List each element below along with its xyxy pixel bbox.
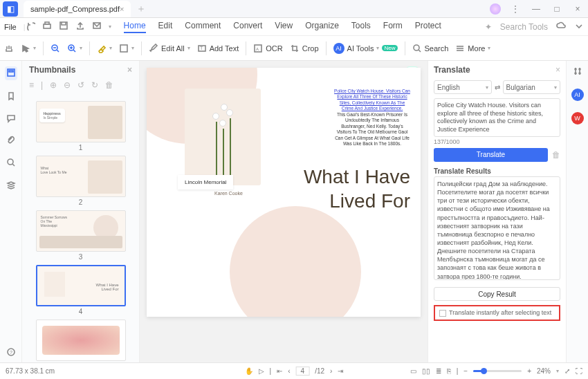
add-tab-button[interactable]: ＋ — [136, 3, 146, 15]
translate-close-icon[interactable]: × — [555, 65, 560, 75]
tab-view[interactable]: View — [275, 21, 293, 33]
continuous-icon[interactable]: ≣ — [436, 367, 441, 375]
thumbnails-icon[interactable] — [5, 66, 17, 80]
caption-author: Karen Cooke — [214, 191, 243, 196]
tab-organize[interactable]: Organize — [305, 21, 339, 33]
cloud-icon[interactable] — [556, 21, 566, 33]
swap-languages-icon[interactable]: ⇄ — [495, 84, 500, 91]
thumb-zoomin-icon[interactable]: ⊕ — [50, 80, 57, 90]
search-tools-label[interactable]: Search Tools — [500, 22, 548, 32]
translate-panel: Translate× English▾ ⇄ Bulgarian▾ Police … — [428, 61, 566, 365]
document-viewer[interactable]: W Lincoln Memorial Karen Cooke Police Ci… — [140, 61, 428, 365]
fullscreen-icon[interactable]: ⛶ — [576, 367, 582, 375]
app-orb-icon[interactable] — [490, 3, 501, 15]
thumbnails-close-icon[interactable]: × — [127, 65, 132, 75]
zoom-slider[interactable] — [473, 370, 522, 372]
tab-edit[interactable]: Edit — [158, 21, 173, 33]
print-icon[interactable] — [42, 21, 52, 33]
thumb-rotate-right-icon[interactable]: ↻ — [91, 80, 98, 90]
crop-button[interactable]: Crop — [290, 44, 319, 53]
app-icon: ◧ — [3, 1, 18, 17]
last-page-icon[interactable]: ⇥ — [338, 367, 343, 375]
svg-point-16 — [414, 45, 419, 50]
layers-icon[interactable] — [6, 180, 16, 191]
tab-tools[interactable]: Tools — [351, 21, 371, 33]
translate-result-text: Полицейски град Дом за наблюдение. Посет… — [434, 176, 560, 280]
highlighter-tool[interactable]: ▾ — [97, 44, 112, 53]
thumbnail-2[interactable]: What Love Look To Me — [36, 156, 126, 197]
fit-width-icon[interactable]: ⤢ — [564, 367, 570, 375]
zoom-in[interactable]: ▾ — [67, 44, 82, 53]
search-button[interactable]: Search — [412, 44, 449, 53]
thumb-zoomout-icon[interactable]: ⊖ — [64, 80, 71, 90]
undo-icon[interactable] — [26, 21, 35, 33]
tab-protect[interactable]: Protect — [415, 21, 441, 33]
add-text-button[interactable]: TAdd Text — [197, 44, 239, 53]
single-page-icon[interactable]: ▭ — [410, 367, 416, 375]
expand-icon[interactable] — [574, 21, 584, 33]
mail-icon[interactable] — [92, 21, 102, 33]
tab-form[interactable]: Form — [383, 21, 403, 33]
select-tool[interactable]: ▾ — [21, 44, 36, 53]
hand-icon[interactable]: ✋ — [245, 367, 253, 375]
file-menu[interactable]: File — [4, 23, 17, 31]
maximize-button[interactable]: □ — [546, 4, 567, 14]
close-button[interactable]: × — [567, 4, 588, 14]
prev-page-icon[interactable]: ‹ — [288, 367, 290, 375]
thumbnail-4[interactable]: What I Have Lived For — [36, 265, 126, 306]
zoom-out-status[interactable]: − — [463, 367, 468, 375]
two-page-icon[interactable]: ▯▯ — [422, 367, 430, 375]
read-mode-icon[interactable]: ⎘ — [447, 367, 451, 375]
settings-icon[interactable] — [573, 66, 582, 77]
ai-badge-icon[interactable]: AI — [571, 89, 584, 101]
source-lang-select[interactable]: English▾ — [434, 80, 492, 94]
instant-translate-checkbox[interactable]: Translate instantly after selecting text — [434, 305, 560, 321]
minimize-button[interactable]: — — [526, 4, 546, 14]
thumb-delete-icon[interactable]: 🗑 — [105, 80, 113, 90]
kebab-icon[interactable]: ⋮ — [505, 4, 526, 14]
page-input[interactable]: 4 — [296, 367, 310, 376]
translate-button[interactable]: Translate — [434, 148, 548, 162]
ai-tools-button[interactable]: AIAI Tools▾New — [333, 43, 398, 54]
next-page-icon[interactable]: › — [330, 367, 332, 375]
shape-tool[interactable]: ▾ — [119, 44, 134, 53]
translate-source-text[interactable]: Police City Watch House. Visitors can ex… — [434, 98, 560, 137]
page-sidetext: Police City Watch House. Visitors CanExp… — [334, 89, 410, 147]
svg-rect-22 — [9, 71, 13, 72]
play-icon[interactable]: ▷ — [259, 367, 264, 375]
more-button[interactable]: More▾ — [455, 44, 490, 53]
document-tab[interactable]: sample-pdf_Compress.pdf × — [24, 1, 131, 17]
zoom-out[interactable] — [50, 44, 60, 53]
wand-icon: ✦ — [485, 22, 492, 32]
clear-translate-icon[interactable]: 🗑 — [552, 150, 560, 160]
left-sidebar: ? — [0, 61, 22, 365]
tab-close-icon[interactable]: × — [120, 5, 124, 13]
target-lang-select[interactable]: Bulgarian▾ — [503, 80, 561, 94]
help-icon[interactable]: ? — [6, 347, 16, 358]
ribbon-tabs: Home Edit Comment Convert View Organize … — [124, 21, 441, 33]
hand-tool[interactable] — [4, 44, 14, 53]
comment-icon[interactable] — [6, 113, 16, 124]
thumb-rotate-left-icon[interactable]: ↺ — [77, 80, 84, 90]
share-icon[interactable] — [75, 21, 85, 33]
tab-home[interactable]: Home — [124, 21, 146, 33]
thumbnail-5[interactable] — [36, 320, 126, 361]
edit-all-button[interactable]: Edit All▾ — [149, 44, 190, 53]
thumbnail-3[interactable]: Summer Sorrows On The Mississippi — [36, 210, 126, 252]
thumb-num-2: 2 — [22, 198, 139, 206]
zoom-in-status[interactable]: + — [527, 367, 531, 375]
bookmark-icon[interactable] — [6, 91, 16, 102]
save-icon[interactable] — [59, 21, 68, 33]
tab-convert[interactable]: Convert — [233, 21, 262, 33]
search-panel-icon[interactable] — [6, 158, 16, 169]
first-page-icon[interactable]: ⇤ — [277, 367, 282, 375]
attachment-icon[interactable] — [6, 136, 16, 147]
tab-comment[interactable]: Comment — [185, 21, 221, 33]
svg-text:?: ? — [10, 350, 12, 355]
copy-result-button[interactable]: Copy Result — [434, 287, 560, 301]
svg-line-17 — [419, 50, 421, 52]
thumbnail-1[interactable]: HappinessIs Simple — [36, 101, 126, 142]
thumb-list-icon[interactable]: ≡ — [29, 80, 34, 90]
w-badge-icon[interactable]: W — [571, 112, 584, 124]
ocr-button[interactable]: AOCR — [253, 44, 282, 53]
